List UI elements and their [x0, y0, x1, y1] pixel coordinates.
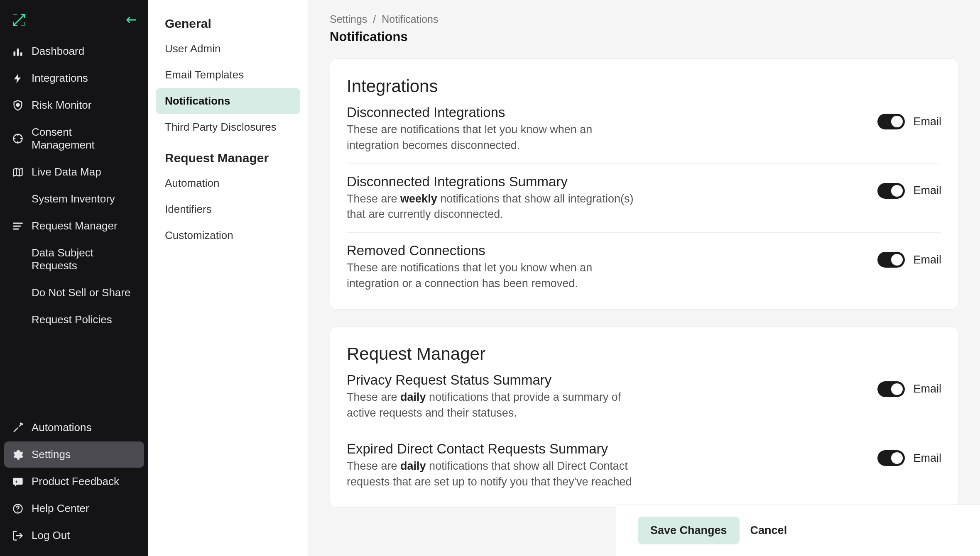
chat-icon [12, 476, 24, 488]
nav-bottom: Automations Settings Product Feedback He… [4, 415, 144, 549]
lightning-icon [12, 72, 24, 85]
toggle-email[interactable] [877, 114, 905, 129]
settings-subnav: General User Admin Email Templates Notif… [148, 0, 308, 556]
settings-link-identifiers[interactable]: Identifiers [156, 196, 300, 222]
notif-title: Disconnected Integrations [347, 105, 637, 120]
notif-privacy-request-status: Privacy Request Status Summary These are… [347, 372, 941, 432]
toggle-label: Email [913, 115, 941, 128]
notif-toggle-group: Email [877, 243, 941, 268]
nav-label: Automations [32, 421, 92, 434]
logout-icon [12, 529, 24, 542]
card-request-manager: Request Manager Privacy Request Status S… [330, 326, 958, 508]
nav-item-request-manager[interactable]: Request Manager [4, 213, 144, 239]
gear-icon [12, 449, 24, 461]
settings-link-automation[interactable]: Automation [156, 170, 300, 196]
settings-section-general: General [148, 12, 308, 36]
svg-rect-1 [17, 49, 19, 56]
nav-label: Log Out [32, 529, 70, 542]
settings-link-notifications[interactable]: Notifications [156, 88, 300, 114]
toggle-label: Email [913, 452, 941, 465]
list-lines-icon [12, 220, 24, 232]
svg-rect-2 [20, 52, 22, 56]
nav-item-system-inventory[interactable]: System Inventory [4, 186, 144, 212]
notif-title: Disconnected Integrations Summary [347, 174, 637, 190]
nav-item-log-out[interactable]: Log Out [4, 522, 144, 549]
toggle-email[interactable] [877, 381, 905, 397]
cancel-button[interactable]: Cancel [750, 517, 787, 544]
nav-item-dashboard[interactable]: Dashboard [4, 38, 144, 64]
toggle-label: Email [913, 383, 941, 395]
sidebar-header [4, 7, 144, 38]
notif-text: Removed Connections These are notificati… [347, 243, 637, 292]
target-icon [12, 132, 24, 145]
logo-icon [12, 12, 27, 29]
svg-rect-0 [14, 51, 16, 56]
toggle-email[interactable] [877, 450, 905, 466]
nav-item-request-policies[interactable]: Request Policies [4, 307, 144, 333]
settings-link-third-party[interactable]: Third Party Disclosures [156, 114, 300, 140]
nav-item-data-subject-requests[interactable]: Data Subject Requests [4, 240, 144, 279]
page-title: Notifications [330, 29, 958, 44]
breadcrumb-separator: / [373, 13, 376, 25]
notif-expired-direct-contact: Expired Direct Contact Requests Summary … [347, 431, 941, 490]
map-icon [12, 166, 24, 178]
toggle-email[interactable] [877, 252, 905, 268]
nav-item-integrations[interactable]: Integrations [4, 65, 144, 91]
main-wrapper: Settings / Notifications Notifications I… [308, 0, 980, 556]
nav-items: Dashboard Integrations Risk Monitor Cons… [4, 38, 144, 333]
card-integrations: Integrations Disconnected Integrations T… [330, 59, 958, 310]
notif-title: Expired Direct Contact Requests Summary [347, 441, 637, 457]
nav-label: Product Feedback [32, 475, 119, 488]
notif-text: Expired Direct Contact Requests Summary … [347, 441, 637, 490]
nav-label: Settings [32, 448, 71, 461]
breadcrumb-root[interactable]: Settings [330, 13, 367, 25]
settings-link-customization[interactable]: Customization [156, 222, 300, 249]
wand-icon [12, 422, 24, 434]
nav-item-settings[interactable]: Settings [4, 441, 144, 468]
nav-label: Request Manager [32, 219, 118, 232]
bar-chart-icon [12, 45, 24, 58]
notif-removed-connections: Removed Connections These are notificati… [347, 233, 941, 292]
notif-desc: These are weekly notifications that show… [347, 191, 637, 223]
nav-item-automations[interactable]: Automations [4, 415, 144, 441]
main-scroll: Integrations Disconnected Integrations T… [308, 48, 980, 556]
save-changes-button[interactable]: Save Changes [638, 517, 740, 544]
nav-item-help-center[interactable]: Help Center [4, 495, 144, 522]
notif-disconnected-summary: Disconnected Integrations Summary These … [347, 164, 941, 233]
toggle-label: Email [913, 254, 941, 266]
breadcrumb: Settings / Notifications [330, 13, 958, 25]
svg-point-3 [17, 103, 20, 106]
primary-sidebar: Dashboard Integrations Risk Monitor Cons… [0, 0, 148, 556]
toggle-email[interactable] [877, 183, 905, 199]
notif-text: Disconnected Integrations These are noti… [347, 105, 637, 154]
nav-label: Consent Management [32, 126, 137, 151]
nav-label: Live Data Map [32, 166, 101, 178]
nav-item-product-feedback[interactable]: Product Feedback [4, 468, 144, 495]
notif-text: Disconnected Integrations Summary These … [347, 174, 637, 223]
notif-toggle-group: Email [877, 105, 941, 129]
nav-item-risk-monitor[interactable]: Risk Monitor [4, 92, 144, 118]
shield-icon [12, 99, 24, 112]
settings-link-email-templates[interactable]: Email Templates [156, 62, 300, 88]
breadcrumb-current: Notifications [382, 13, 438, 25]
nav-label: Dashboard [32, 45, 84, 58]
nav-label: Request Policies [32, 313, 112, 326]
help-icon [12, 502, 24, 515]
footer-actions: Save Changes Cancel [616, 505, 980, 556]
nav-label: System Inventory [32, 193, 115, 205]
notif-title: Removed Connections [347, 243, 637, 258]
nav-item-do-not-sell[interactable]: Do Not Sell or Share [4, 280, 144, 306]
notif-toggle-group: Email [877, 441, 941, 466]
notif-toggle-group: Email [877, 174, 941, 199]
nav-label: Integrations [32, 72, 88, 85]
settings-link-user-admin[interactable]: User Admin [156, 36, 300, 62]
nav-item-live-data-map[interactable]: Live Data Map [4, 159, 144, 185]
notif-desc: These are daily notifications that show … [347, 458, 637, 490]
notif-desc: These are daily notifications that provi… [347, 390, 637, 421]
notif-desc: These are notifications that let you kno… [347, 260, 637, 292]
toggle-label: Email [913, 184, 941, 197]
notif-disconnected-integrations: Disconnected Integrations These are noti… [347, 105, 941, 164]
nav-item-consent-management[interactable]: Consent Management [4, 119, 144, 158]
collapse-sidebar-icon[interactable] [125, 16, 137, 25]
notif-title: Privacy Request Status Summary [347, 372, 637, 388]
